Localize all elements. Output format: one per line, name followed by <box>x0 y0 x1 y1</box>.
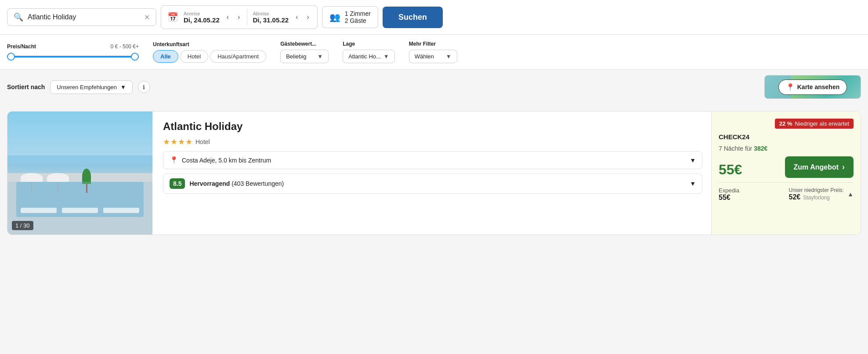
more-filters-group: Mehr Filter Wählen ▼ <box>409 41 457 63</box>
collapse-icon[interactable]: ▲ <box>847 191 854 198</box>
discount-badge: 22 % Niedriger als erwartet <box>775 119 854 129</box>
guest-rating-value: Beliebig <box>286 53 306 60</box>
slider-thumb-right[interactable] <box>131 53 139 61</box>
nights-price-value: 382€ <box>754 145 767 152</box>
book-btn-chevron: › <box>842 163 845 172</box>
discount-label: Niedriger als erwartet <box>795 120 849 127</box>
more-filters-label: Mehr Filter <box>409 41 457 47</box>
checkout-info: Abreise Di, 31.05.22 <box>253 11 289 24</box>
price-slider[interactable] <box>7 52 139 61</box>
checkout-value: Di, 31.05.22 <box>253 16 289 24</box>
nights-text: 7 Nächte für <box>719 145 752 152</box>
location-filter-label: Lage <box>343 41 395 47</box>
discount-row: 22 % Niedriger als erwartet <box>719 119 854 129</box>
sort-chevron: ▼ <box>120 84 126 90</box>
lowest-price: 52€ <box>789 193 801 201</box>
checkin-info: Anreise Di, 24.05.22 <box>184 11 220 24</box>
price-divider <box>719 182 854 183</box>
book-button[interactable]: Zum Angebot › <box>785 156 854 178</box>
main-price-row: 55€ Zum Angebot › <box>719 156 854 178</box>
sort-info-button[interactable]: ℹ <box>138 81 150 93</box>
price-range-label: 0 € - 500 €+ <box>111 43 139 50</box>
checkin-value: Di, 24.05.22 <box>184 16 220 24</box>
guests-info: 1 Zimmer 2 Gäste <box>345 10 371 24</box>
price-filter-label: Preis/Nacht <box>7 43 36 50</box>
hotel-info: Atlantic Holiday ★★★★ Hotel 📍 Costa Adej… <box>152 112 711 235</box>
filter-bar: Preis/Nacht 0 € - 500 €+ Unterkunftsart … <box>0 35 868 70</box>
location-chevron: ▼ <box>383 53 389 60</box>
search-input-wrap: 🔍 ✕ <box>7 8 156 26</box>
sort-bar: Sortiert nach Unseren Empfehlungen ▼ ℹ 📍… <box>0 70 868 104</box>
provider-name: CHECK24 <box>719 133 854 141</box>
location-value: Atlantic Ho... <box>348 53 381 60</box>
location-dropdown[interactable]: Atlantic Ho... ▼ <box>343 50 395 63</box>
accommodation-apartment-btn[interactable]: Haus/Apartment <box>210 50 266 63</box>
search-button[interactable]: Suchen <box>383 7 443 28</box>
price-filter-group: Preis/Nacht 0 € - 500 €+ <box>7 43 139 61</box>
expedia-block: Expedia 55€ <box>719 187 784 202</box>
location-pin-icon: 📍 <box>170 156 178 164</box>
umbrella-left <box>21 173 43 191</box>
checkin-prev-btn[interactable]: ‹ <box>225 12 231 22</box>
map-preview[interactable]: 📍 Karte ansehen <box>764 75 861 99</box>
price-panel: 22 % Niedriger als erwartet CHECK24 7 Nä… <box>711 112 861 235</box>
guest-rating-dropdown[interactable]: Beliebig ▼ <box>280 50 329 63</box>
rating-badge: 8.5 <box>170 178 185 189</box>
accommodation-btns: Alle Hotel Haus/Apartment <box>153 50 266 63</box>
more-filters-dropdown[interactable]: Wählen ▼ <box>409 50 457 63</box>
map-pin-icon: 📍 <box>786 83 795 91</box>
rating-count: (403 Bewertungen) <box>231 180 284 187</box>
guest-rating-filter-group: Gästebewert... Beliebig ▼ <box>280 41 329 63</box>
hotel-location-row[interactable]: 📍 Costa Adeje, 5.0 km bis Zentrum ▼ <box>163 151 702 169</box>
umbrella-center <box>47 173 69 191</box>
sort-label: Sortiert nach <box>7 83 45 90</box>
map-btn-label: Karte ansehen <box>797 83 839 90</box>
hotel-card: 1 / 30 Atlantic Holiday ★★★★ Hotel 📍 Cos… <box>7 111 861 235</box>
lounge-chairs <box>21 206 139 215</box>
star-icons: ★★★★ <box>163 137 193 147</box>
main-content: 1 / 30 Atlantic Holiday ★★★★ Hotel 📍 Cos… <box>0 104 868 242</box>
guests-line: 2 Gäste <box>345 17 371 24</box>
book-btn-label: Zum Angebot <box>794 163 839 171</box>
more-filters-value: Wählen <box>415 53 434 60</box>
rating-left: 8.5 Hervorragend (403 Bewertungen) <box>170 178 284 189</box>
hotel-name: Atlantic Holiday <box>163 120 702 133</box>
lowest-block: Unser niedrigster Preis: 52€ Stayforlong… <box>789 187 854 202</box>
accommodation-filter-group: Unterkunftsart Alle Hotel Haus/Apartment <box>153 41 266 63</box>
pool <box>16 182 144 217</box>
rating-label: Hervorragend <box>189 180 230 187</box>
map-button[interactable]: 📍 Karte ansehen <box>778 79 847 95</box>
calendar-icon: 📅 <box>167 12 178 22</box>
nights-price: 7 Nächte für 382€ <box>719 145 854 152</box>
sort-dropdown[interactable]: Unseren Empfehlungen ▼ <box>50 80 132 94</box>
hotel-rating-row[interactable]: 8.5 Hervorragend (403 Bewertungen) ▼ <box>163 173 702 194</box>
checkin-next-btn[interactable]: › <box>236 12 242 22</box>
guests-icon: 👥 <box>329 12 340 22</box>
checkin-block[interactable]: 📅 Anreise Di, 24.05.22 ‹ › Abreise Di, 3… <box>161 5 318 29</box>
search-icon: 🔍 <box>14 12 23 22</box>
lowest-provider: Stayforlong <box>803 195 830 201</box>
rooms-line: 1 Zimmer <box>345 10 371 17</box>
accommodation-hotel-btn[interactable]: Hotel <box>180 50 208 63</box>
accommodation-alle-btn[interactable]: Alle <box>153 50 178 63</box>
guest-rating-chevron: ▼ <box>317 53 323 60</box>
location-left: 📍 Costa Adeje, 5.0 km bis Zentrum <box>170 156 271 164</box>
hotel-stars-row: ★★★★ Hotel <box>163 137 702 147</box>
search-input[interactable] <box>28 13 140 21</box>
hotel-image <box>7 112 152 235</box>
info-icon: ℹ <box>143 84 145 90</box>
guest-rating-label: Gästebewert... <box>280 41 329 47</box>
slider-thumb-left[interactable] <box>7 53 15 61</box>
clear-icon[interactable]: ✕ <box>144 13 150 22</box>
checkout-next-btn[interactable]: › <box>305 12 311 22</box>
rating-expand-icon: ▼ <box>690 180 696 187</box>
guests-block[interactable]: 👥 1 Zimmer 2 Gäste <box>322 6 378 28</box>
expedia-price: 55€ <box>719 194 784 202</box>
location-expand-icon: ▼ <box>690 157 696 164</box>
hotel-type: Hotel <box>195 138 210 145</box>
checkin-label: Anreise <box>184 11 220 16</box>
checkout-prev-btn[interactable]: ‹ <box>294 12 300 22</box>
search-bar: 🔍 ✕ 📅 Anreise Di, 24.05.22 ‹ › Abreise D… <box>0 0 868 35</box>
location-text: Costa Adeje, 5.0 km bis Zentrum <box>182 157 271 164</box>
other-prices-row: Expedia 55€ Unser niedrigster Preis: 52€… <box>719 187 854 202</box>
